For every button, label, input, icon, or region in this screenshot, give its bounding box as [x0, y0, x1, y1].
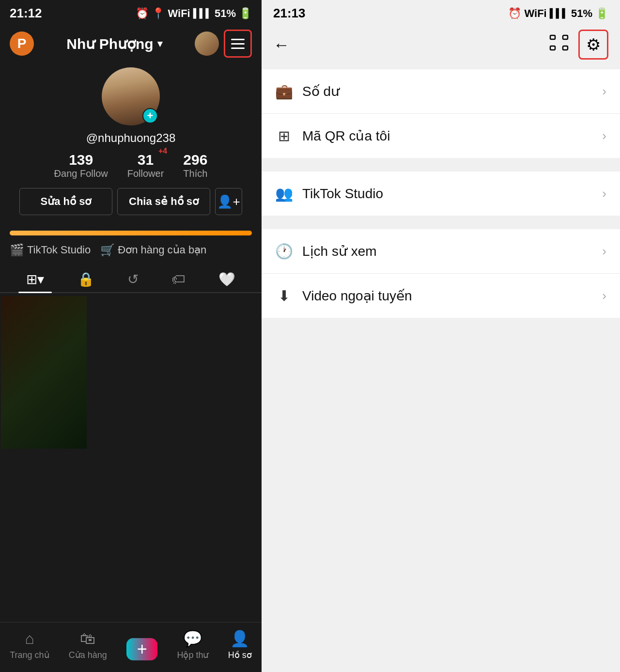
menu-item-balance[interactable]: 💼 Số dư › [262, 69, 620, 114]
menu-separator-2 [262, 222, 620, 229]
add-friend-icon: 👤+ [217, 194, 240, 209]
repost-icon: ↺ [127, 271, 139, 287]
right-battery: 51% [571, 7, 592, 20]
nav-profile[interactable]: 👤 Hồ sơ [228, 629, 252, 660]
menu-list: 💼 Số dư › ⊞ Mã QR của tôi › 👥 TikTok Stu… [262, 64, 620, 672]
offline-chevron-icon: › [602, 288, 606, 303]
nav-shop[interactable]: 🛍 Cửa hàng [69, 630, 107, 660]
tab-reposts[interactable]: ↺ [120, 266, 146, 292]
scan-icon [549, 34, 569, 51]
menu-item-offline-left: ⬇ Video ngoại tuyến [275, 287, 412, 304]
profile-handle: @nhuphuong238 [86, 131, 176, 145]
settings-button[interactable]: ⚙ [578, 30, 608, 60]
right-signal-icon: ▌▌▌ [550, 8, 568, 18]
menu-item-qr-left: ⊞ Mã QR của tôi [275, 127, 390, 144]
likes-stat[interactable]: 296 Thích [183, 152, 207, 179]
followers-stat[interactable]: 31 +4 Follower [127, 152, 164, 179]
right-nav-icons: ⚙ [549, 30, 608, 60]
profile-section: + @nhuphuong238 139 Đang Follow 31 +4 Fo… [0, 63, 262, 231]
menu-item-balance-text: Số dư [302, 83, 340, 99]
profile-icon: 👤 [230, 629, 249, 648]
menu-button[interactable] [224, 30, 252, 58]
svg-rect-3 [563, 46, 568, 50]
edit-profile-button[interactable]: Sửa hồ sơ [19, 188, 112, 215]
video-grid [0, 295, 262, 622]
promo-bar[interactable] [10, 231, 252, 235]
left-status-icons: ⏰ 📍 WiFi ▌▌▌ 51% 🔋 [136, 7, 252, 20]
action-buttons-row: Sửa hồ sơ Chia sẻ hồ sơ 👤+ [10, 188, 252, 215]
share-profile-button[interactable]: Chia sẻ hồ sơ [117, 188, 210, 215]
bottom-nav: ⌂ Trang chủ 🛍 Cửa hàng + 💬 Hộp thư 👤 Hồ … [0, 622, 262, 672]
menu-section-3: 🕐 Lịch sử xem › ⬇ Video ngoại tuyến › [262, 229, 620, 318]
menu-item-offline[interactable]: ⬇ Video ngoại tuyến › [262, 274, 620, 318]
menu-section-2: 👥 TikTok Studio › [262, 172, 620, 216]
location-icon: 📍 [152, 7, 165, 20]
gear-icon: ⚙ [586, 35, 601, 54]
orders-label: Đơn hàng của bạn [118, 244, 206, 256]
studio-chevron-icon: › [602, 186, 606, 201]
menu-item-studio[interactable]: 👥 TikTok Studio › [262, 172, 620, 216]
following-stat[interactable]: 139 Đang Follow [54, 152, 108, 179]
account-switcher-avatar[interactable]: P [10, 31, 34, 56]
tab-liked[interactable]: 🤍 [211, 266, 243, 292]
shortcuts-row: 🎬 TikTok Studio 🛒 Đơn hàng của bạn [0, 243, 262, 257]
followers-badge: +4 [158, 147, 167, 156]
tiktok-studio-shortcut[interactable]: 🎬 TikTok Studio [10, 243, 91, 257]
nav-create[interactable]: + [126, 638, 157, 660]
right-wifi-icon: WiFi [524, 7, 546, 20]
video-thumb-2 [88, 296, 173, 449]
menu-item-history-text: Lịch sử xem [302, 243, 377, 259]
stats-row: 139 Đang Follow 31 +4 Follower 296 Thích [54, 152, 208, 179]
offline-icon: ⬇ [275, 287, 293, 304]
nav-home[interactable]: ⌂ Trang chủ [10, 630, 49, 660]
menu-item-qr[interactable]: ⊞ Mã QR của tôi › [262, 114, 620, 158]
right-battery-icon: 🔋 [595, 7, 608, 20]
menu-item-history[interactable]: 🕐 Lịch sử xem › [262, 229, 620, 274]
likes-count: 296 [183, 152, 207, 168]
wallet-icon: 💼 [275, 83, 293, 100]
avatar-letter: P [17, 36, 27, 51]
orders-shortcut[interactable]: 🛒 Đơn hàng của bạn [100, 243, 206, 257]
wifi-icon: WiFi [168, 7, 190, 20]
nav-home-label: Trang chủ [10, 650, 49, 660]
add-friend-button[interactable]: 👤+ [215, 188, 242, 215]
tiktok-studio-label: TikTok Studio [27, 244, 91, 256]
add-content-button[interactable]: + [142, 108, 158, 124]
right-status-bar: 21:13 ⏰ WiFi ▌▌▌ 51% 🔋 [262, 0, 620, 25]
create-button[interactable]: + [126, 638, 157, 660]
scan-button[interactable] [549, 34, 569, 55]
menu-item-studio-text: TikTok Studio [302, 186, 383, 202]
battery-left: 51% [215, 7, 236, 20]
nav-shop-label: Cửa hàng [69, 650, 107, 660]
followers-count: 31 +4 [138, 152, 154, 168]
video-thumb-1[interactable] [1, 296, 87, 449]
svg-rect-1 [563, 35, 568, 39]
likes-label: Thích [183, 168, 207, 179]
content-tabs: ⊞▾ 🔒 ↺ 🏷 🤍 [0, 266, 262, 293]
tab-tagged[interactable]: 🏷 [164, 266, 193, 292]
username-button[interactable]: Như Phượng ▾ [66, 35, 162, 52]
right-time: 21:13 [273, 6, 306, 21]
tag-icon: 🏷 [171, 271, 185, 287]
video-thumb-3 [175, 296, 261, 449]
qr-chevron-icon: › [602, 128, 606, 143]
following-label: Đang Follow [54, 168, 108, 179]
right-alarm-icon: ⏰ [508, 7, 521, 20]
nav-inbox[interactable]: 💬 Hộp thư [177, 629, 208, 660]
grid-icon: ⊞▾ [26, 271, 44, 287]
back-button[interactable]: ← [273, 35, 290, 54]
plus-icon: + [137, 639, 147, 659]
left-top-nav: P Như Phượng ▾ [0, 25, 262, 63]
balance-chevron-icon: › [602, 84, 606, 99]
profile-preview-avatar[interactable] [195, 31, 219, 56]
chevron-down-icon: ▾ [157, 38, 162, 49]
tab-videos[interactable]: ⊞▾ [18, 266, 52, 292]
tab-private[interactable]: 🔒 [70, 266, 102, 292]
username-text: Như Phượng [66, 35, 153, 52]
menu-item-studio-left: 👥 TikTok Studio [275, 185, 383, 202]
inbox-icon: 💬 [183, 629, 202, 648]
shop-icon: 🛍 [80, 630, 95, 648]
qr-icon: ⊞ [275, 127, 293, 144]
following-count: 139 [69, 152, 93, 168]
alarm-icon: ⏰ [136, 7, 149, 20]
